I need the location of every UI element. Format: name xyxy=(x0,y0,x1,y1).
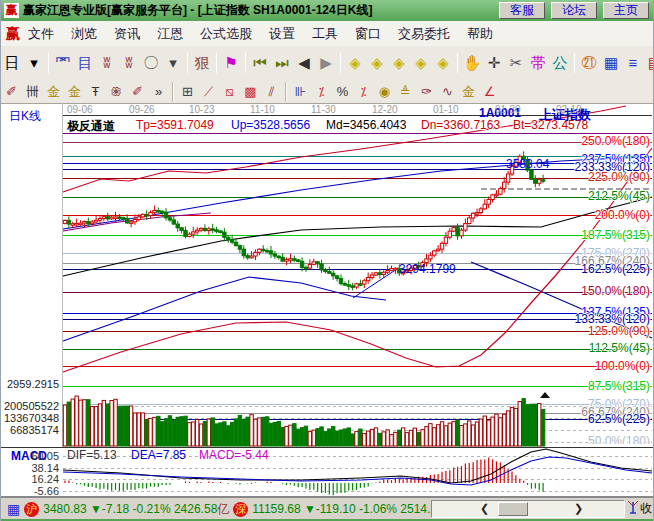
gann-level-label: 62.5%(225) xyxy=(588,412,650,426)
calendar-grid-icon[interactable]: ▦ xyxy=(7,501,20,517)
date-tick: 10-23 xyxy=(189,104,215,115)
scrollbar-thumb[interactable] xyxy=(498,502,528,516)
date-tick: 02-19 xyxy=(556,104,582,115)
price-scale-label: 2959.2915 xyxy=(3,378,59,390)
macd-dif: DIF=5.13 xyxy=(67,448,117,462)
gann-level-label: 125.0%(90) xyxy=(588,324,650,338)
period-label[interactable]: 日K线 xyxy=(9,108,41,125)
gann-level-label: 150.0%(180) xyxy=(581,284,650,298)
sh-unit: 亿 xyxy=(217,501,229,518)
date-tick: 11-30 xyxy=(311,104,336,115)
gann-level-label: 50.0%(180) xyxy=(588,434,650,444)
scroll-left-icon[interactable]: ❮ xyxy=(480,502,489,515)
macd-axis-4: -5.66 xyxy=(15,485,59,497)
shanghai-market-icon[interactable]: 沪 xyxy=(24,502,39,517)
sz-change: ▼-119.10 xyxy=(304,502,356,516)
gann-level-label: 187.5%(315) xyxy=(581,228,650,242)
gann-level-label: 87.5%(315) xyxy=(588,379,650,393)
gann-level-label: 162.5%(225) xyxy=(581,262,650,276)
macd-axis-3: 16.24 xyxy=(15,473,59,485)
sh-amount: 2426.58 xyxy=(174,502,217,516)
sz-price: 11159.68 xyxy=(252,502,300,516)
shenzhen-market-icon[interactable]: 深 xyxy=(233,502,248,517)
date-tick: 11-10 xyxy=(250,104,275,115)
gann-level-label: 200.0%(0) xyxy=(595,208,650,222)
scroll-right-icon[interactable]: ❯ xyxy=(574,502,583,515)
date-tick: 01-30 xyxy=(495,104,521,115)
macd-dea: DEA=7.85 xyxy=(131,448,186,462)
macd-axis-1: 60.05 xyxy=(15,450,59,462)
receive-label: 收 xyxy=(640,500,652,517)
channel-md: Md=3456.4043 xyxy=(326,118,406,132)
price-label-mid: 3294.1799 xyxy=(399,262,456,276)
gann-level-label: 112.5%(45) xyxy=(589,341,650,355)
macd-value: MACD=-5.44 xyxy=(199,448,269,462)
gann-level-label: 225.0%(90) xyxy=(588,170,650,184)
channel-tp: Tp=3591.7049 xyxy=(136,118,214,132)
channel-name: 极反通道 xyxy=(67,118,115,135)
price-label-high: 3583.04 xyxy=(506,157,549,171)
volume-scale-1: 200505522 xyxy=(3,400,59,412)
sz-pct: -1.06% xyxy=(359,502,397,516)
date-tick: 09-06 xyxy=(67,104,93,115)
horizontal-scrollbar[interactable]: ❮ ❯ xyxy=(431,500,625,518)
channel-up: Up=3528.5656 xyxy=(231,118,310,132)
sh-price: 3480.83 xyxy=(43,502,86,516)
volume-scale-2: 133670348 xyxy=(3,412,59,424)
date-tick: 01-10 xyxy=(433,104,459,115)
volume-marker-icon xyxy=(540,392,550,398)
gann-level-label: 250.0%(180) xyxy=(581,134,650,148)
date-tick: 09-26 xyxy=(129,104,155,115)
sh-pct: -0.21% xyxy=(133,502,171,516)
date-tick: 12-20 xyxy=(372,104,398,115)
app-window: 赢 赢家江恩专业版[赢家服务平台] - [上证指数 SH1A0001-124日K… xyxy=(0,0,654,521)
channel-dn: Dn=3360.7163 xyxy=(421,118,500,132)
gann-level-label: 212.5%(45) xyxy=(588,189,650,203)
volume-scale-3: 66835174 xyxy=(3,424,59,436)
chart-canvas[interactable] xyxy=(1,0,654,521)
sh-change: ▼-7.18 xyxy=(90,502,129,516)
gann-level-label: 100.0%(0) xyxy=(595,359,650,373)
